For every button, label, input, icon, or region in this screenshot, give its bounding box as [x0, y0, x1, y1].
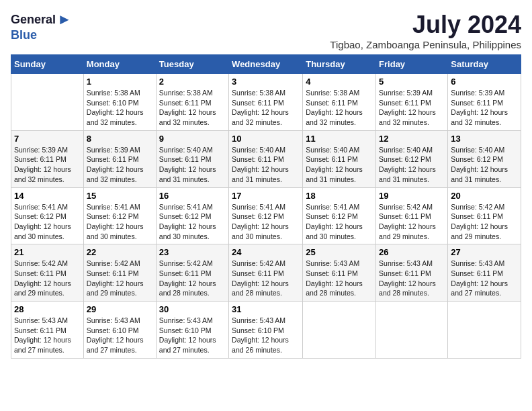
- calendar-cell: 20Sunrise: 5:42 AMSunset: 6:11 PMDayligh…: [448, 187, 521, 244]
- day-number: 28: [14, 304, 81, 314]
- cell-info: Sunrise: 5:42 AMSunset: 6:11 PMDaylight:…: [232, 259, 300, 298]
- calendar-cell: 2Sunrise: 5:38 AMSunset: 6:11 PMDaylight…: [156, 74, 228, 131]
- cell-info: Sunrise: 5:42 AMSunset: 6:11 PMDaylight:…: [14, 259, 81, 298]
- calendar-cell: 27Sunrise: 5:43 AMSunset: 6:11 PMDayligh…: [448, 244, 521, 302]
- cell-info: Sunrise: 5:38 AMSunset: 6:11 PMDaylight:…: [232, 88, 300, 128]
- calendar-cell: 21Sunrise: 5:42 AMSunset: 6:11 PMDayligh…: [11, 244, 84, 302]
- day-number: 30: [159, 304, 226, 314]
- cell-info: Sunrise: 5:38 AMSunset: 6:10 PMDaylight:…: [87, 88, 153, 128]
- day-number: 25: [306, 247, 373, 257]
- calendar-cell: [448, 302, 521, 359]
- day-number: 21: [14, 247, 81, 257]
- calendar-cell: 9Sunrise: 5:40 AMSunset: 6:11 PMDaylight…: [156, 130, 228, 187]
- cell-info: Sunrise: 5:40 AMSunset: 6:12 PMDaylight:…: [379, 145, 445, 185]
- day-number: 20: [451, 191, 518, 201]
- cell-info: Sunrise: 5:40 AMSunset: 6:12 PMDaylight:…: [451, 145, 518, 185]
- cell-info: Sunrise: 5:39 AMSunset: 6:11 PMDaylight:…: [451, 88, 518, 128]
- day-number: 24: [232, 247, 300, 257]
- day-number: 11: [306, 134, 373, 144]
- calendar-week-2: 7Sunrise: 5:39 AMSunset: 6:11 PMDaylight…: [11, 130, 521, 187]
- calendar-week-1: 1Sunrise: 5:38 AMSunset: 6:10 PMDaylight…: [11, 74, 521, 131]
- cell-info: Sunrise: 5:43 AMSunset: 6:11 PMDaylight:…: [14, 316, 81, 355]
- logo: General ► Blue: [11, 11, 72, 42]
- cell-info: Sunrise: 5:40 AMSunset: 6:11 PMDaylight:…: [306, 145, 373, 185]
- day-number: 3: [232, 77, 300, 87]
- day-number: 16: [159, 191, 226, 201]
- day-number: 10: [232, 134, 300, 144]
- day-number: 22: [87, 247, 153, 257]
- cell-info: Sunrise: 5:43 AMSunset: 6:10 PMDaylight:…: [87, 316, 153, 355]
- cell-info: Sunrise: 5:43 AMSunset: 6:11 PMDaylight:…: [451, 259, 518, 298]
- calendar-header-row: SundayMondayTuesdayWednesdayThursdayFrid…: [11, 55, 521, 74]
- cell-info: Sunrise: 5:40 AMSunset: 6:11 PMDaylight:…: [159, 145, 226, 185]
- header-cell-saturday: Saturday: [448, 55, 521, 74]
- day-number: 2: [159, 77, 226, 87]
- calendar-cell: 12Sunrise: 5:40 AMSunset: 6:12 PMDayligh…: [376, 130, 448, 187]
- cell-info: Sunrise: 5:41 AMSunset: 6:12 PMDaylight:…: [14, 202, 81, 242]
- cell-info: Sunrise: 5:42 AMSunset: 6:11 PMDaylight:…: [451, 202, 518, 242]
- subtitle: Tigbao, Zamboanga Peninsula, Philippines: [330, 39, 521, 50]
- calendar-cell: 3Sunrise: 5:38 AMSunset: 6:11 PMDaylight…: [229, 74, 303, 131]
- logo-general: General: [11, 13, 56, 27]
- calendar-week-3: 14Sunrise: 5:41 AMSunset: 6:12 PMDayligh…: [11, 187, 521, 244]
- calendar-cell: [11, 74, 84, 131]
- day-number: 17: [232, 191, 300, 201]
- day-number: 27: [451, 247, 518, 257]
- cell-info: Sunrise: 5:43 AMSunset: 6:11 PMDaylight:…: [379, 259, 445, 298]
- calendar-cell: 24Sunrise: 5:42 AMSunset: 6:11 PMDayligh…: [229, 244, 303, 302]
- day-number: 1: [87, 77, 153, 87]
- header-cell-wednesday: Wednesday: [229, 55, 303, 74]
- calendar-cell: 29Sunrise: 5:43 AMSunset: 6:10 PMDayligh…: [83, 302, 156, 359]
- cell-info: Sunrise: 5:38 AMSunset: 6:11 PMDaylight:…: [306, 88, 373, 128]
- day-number: 4: [306, 77, 373, 87]
- calendar-table: SundayMondayTuesdayWednesdayThursdayFrid…: [11, 54, 521, 359]
- cell-info: Sunrise: 5:39 AMSunset: 6:11 PMDaylight:…: [379, 88, 445, 128]
- day-number: 8: [87, 134, 153, 144]
- day-number: 5: [379, 77, 445, 87]
- calendar-cell: [303, 302, 376, 359]
- cell-info: Sunrise: 5:38 AMSunset: 6:11 PMDaylight:…: [159, 88, 226, 128]
- day-number: 15: [87, 191, 153, 201]
- calendar-cell: [376, 302, 448, 359]
- calendar-cell: 28Sunrise: 5:43 AMSunset: 6:11 PMDayligh…: [11, 302, 84, 359]
- cell-info: Sunrise: 5:41 AMSunset: 6:12 PMDaylight:…: [232, 202, 300, 242]
- calendar-cell: 5Sunrise: 5:39 AMSunset: 6:11 PMDaylight…: [376, 74, 448, 131]
- header-cell-friday: Friday: [376, 55, 448, 74]
- cell-info: Sunrise: 5:39 AMSunset: 6:11 PMDaylight:…: [87, 145, 153, 185]
- logo-bird-icon: ►: [57, 11, 72, 28]
- day-number: 12: [379, 134, 445, 144]
- calendar-cell: 1Sunrise: 5:38 AMSunset: 6:10 PMDaylight…: [83, 74, 156, 131]
- cell-info: Sunrise: 5:43 AMSunset: 6:11 PMDaylight:…: [306, 259, 373, 298]
- header-cell-thursday: Thursday: [303, 55, 376, 74]
- calendar-cell: 23Sunrise: 5:42 AMSunset: 6:11 PMDayligh…: [156, 244, 228, 302]
- calendar-cell: 22Sunrise: 5:42 AMSunset: 6:11 PMDayligh…: [83, 244, 156, 302]
- day-number: 7: [14, 134, 81, 144]
- calendar-cell: 19Sunrise: 5:42 AMSunset: 6:11 PMDayligh…: [376, 187, 448, 244]
- calendar-cell: 26Sunrise: 5:43 AMSunset: 6:11 PMDayligh…: [376, 244, 448, 302]
- day-number: 23: [159, 247, 226, 257]
- header-cell-tuesday: Tuesday: [156, 55, 228, 74]
- header-cell-monday: Monday: [83, 55, 156, 74]
- title-block: July 2024 Tigbao, Zamboanga Peninsula, P…: [330, 11, 521, 50]
- cell-info: Sunrise: 5:41 AMSunset: 6:12 PMDaylight:…: [306, 202, 373, 242]
- calendar-cell: 4Sunrise: 5:38 AMSunset: 6:11 PMDaylight…: [303, 74, 376, 131]
- header: General ► Blue July 2024 Tigbao, Zamboan…: [11, 11, 521, 50]
- day-number: 18: [306, 191, 373, 201]
- cell-info: Sunrise: 5:40 AMSunset: 6:11 PMDaylight:…: [232, 145, 300, 185]
- day-number: 13: [451, 134, 518, 144]
- calendar-cell: 25Sunrise: 5:43 AMSunset: 6:11 PMDayligh…: [303, 244, 376, 302]
- main-title: July 2024: [330, 11, 521, 39]
- cell-info: Sunrise: 5:42 AMSunset: 6:11 PMDaylight:…: [159, 259, 226, 298]
- cell-info: Sunrise: 5:41 AMSunset: 6:12 PMDaylight:…: [159, 202, 226, 242]
- cell-info: Sunrise: 5:42 AMSunset: 6:11 PMDaylight:…: [87, 259, 153, 298]
- calendar-cell: 10Sunrise: 5:40 AMSunset: 6:11 PMDayligh…: [229, 130, 303, 187]
- calendar-cell: 14Sunrise: 5:41 AMSunset: 6:12 PMDayligh…: [11, 187, 84, 244]
- day-number: 31: [232, 304, 300, 314]
- header-cell-sunday: Sunday: [11, 55, 84, 74]
- calendar-cell: 16Sunrise: 5:41 AMSunset: 6:12 PMDayligh…: [156, 187, 228, 244]
- cell-info: Sunrise: 5:41 AMSunset: 6:12 PMDaylight:…: [87, 202, 153, 242]
- calendar-cell: 13Sunrise: 5:40 AMSunset: 6:12 PMDayligh…: [448, 130, 521, 187]
- day-number: 26: [379, 247, 445, 257]
- calendar-body: 1Sunrise: 5:38 AMSunset: 6:10 PMDaylight…: [11, 74, 521, 359]
- cell-info: Sunrise: 5:39 AMSunset: 6:11 PMDaylight:…: [14, 145, 81, 185]
